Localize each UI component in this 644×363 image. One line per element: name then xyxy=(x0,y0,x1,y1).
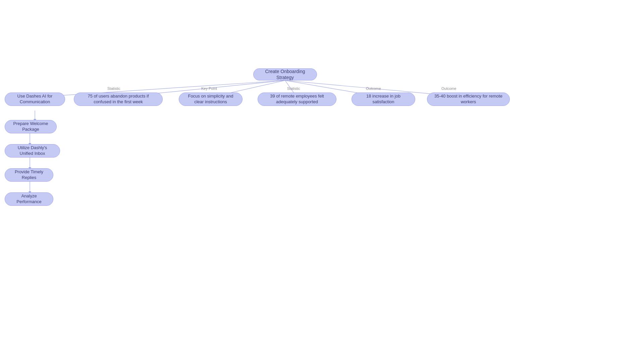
edge-label-keypoint-1: Key Point xyxy=(201,86,217,90)
timely-replies-node: Provide Timely Replies xyxy=(5,168,53,182)
root-node: Create Onboarding Strategy xyxy=(253,68,317,80)
edge-label-statistic-2: Statistic xyxy=(287,86,300,90)
outcome-2-node: 35-40 boost in efficiency for remote wor… xyxy=(427,93,510,106)
edge-label-outcome-1: Outcome xyxy=(366,86,381,90)
key-point-1-node: Focus on simplicity and clear instructio… xyxy=(179,93,243,106)
statistic-1-node: 75 of users abandon products if confused… xyxy=(74,93,163,106)
analyze-performance-node: Analyze Performance xyxy=(5,192,53,206)
statistic-2-node: 39 of remote employees felt adequately s… xyxy=(258,93,336,106)
use-dashes-node: Use Dashes AI for Communication xyxy=(5,93,65,106)
edge-label-outcome-2: Outcome xyxy=(441,86,457,90)
edge-label-statistic-1: Statistic xyxy=(107,86,120,90)
unified-inbox-node: Utilize Dashly's Unified Inbox xyxy=(5,144,60,158)
outcome-1-node: 18 increase in job satisfaction xyxy=(352,93,415,106)
welcome-package-node: Prepare Welcome Package xyxy=(5,120,57,133)
